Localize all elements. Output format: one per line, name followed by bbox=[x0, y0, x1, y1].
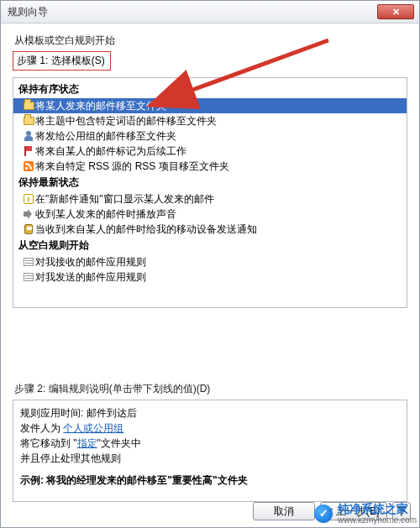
rule-icon bbox=[22, 270, 35, 284]
template-item-play-sound[interactable]: 收到某人发来的邮件时播放声音 bbox=[13, 206, 407, 222]
dialog-body: 从模板或空白规则开始 步骤 1: 选择模板(S) 保持有序状态 将某人发来的邮件… bbox=[0, 24, 420, 528]
template-item-label: 将发给公用组的邮件移至文件夹 bbox=[35, 128, 176, 144]
rss-icon bbox=[22, 159, 35, 173]
template-item-label: 将来自某人的邮件标记为后续工作 bbox=[35, 144, 186, 159]
close-button[interactable]: ✕ bbox=[377, 4, 414, 19]
template-item-label: 将某人发来的邮件移至文件夹 bbox=[35, 98, 166, 113]
desc-example: 示例: 将我的经理发来的邮件移至"重要性高"文件夹 bbox=[20, 473, 400, 488]
rule-description-box: 规则应用时间: 邮件到达后 发件人为 个人或公用组 将它移动到 "指定"文件夹中… bbox=[13, 400, 407, 502]
folder-icon bbox=[22, 99, 35, 112]
template-item-label: 当收到来自某人的邮件时给我的移动设备发送通知 bbox=[35, 222, 257, 237]
desc-line-move: 将它移动到 "指定"文件夹中 bbox=[20, 436, 400, 451]
template-item-move-public-group[interactable]: 将发给公用组的邮件移至文件夹 bbox=[13, 128, 407, 144]
dialog-title: 规则向导 bbox=[8, 5, 48, 19]
template-item-flag-followup[interactable]: 将来自某人的邮件标记为后续工作 bbox=[13, 144, 407, 159]
template-item-alert-window[interactable]: 在"新邮件通知"窗口显示某人发来的邮件 bbox=[13, 191, 407, 206]
desc-line-stop: 并且停止处理其他规则 bbox=[20, 451, 400, 466]
template-item-blank-receive[interactable]: 对我接收的邮件应用规则 bbox=[13, 254, 407, 269]
template-item-label: 对我发送的邮件应用规则 bbox=[35, 269, 146, 285]
link-specified-folder[interactable]: 指定 bbox=[77, 437, 97, 449]
people-icon bbox=[22, 129, 35, 143]
titlebar: 规则向导 ✕ bbox=[0, 0, 420, 24]
template-item-blank-send[interactable]: 对我发送的邮件应用规则 bbox=[13, 269, 407, 285]
intro-text: 从模板或空白规则开始 bbox=[14, 34, 409, 48]
desc-line-when: 规则应用时间: 邮件到达后 bbox=[20, 405, 400, 421]
template-item-move-subject-words[interactable]: 将主题中包含特定词语的邮件移至文件夹 bbox=[13, 113, 407, 128]
sound-icon bbox=[22, 207, 35, 221]
link-people-or-group[interactable]: 个人或公用组 bbox=[63, 422, 123, 434]
close-icon: ✕ bbox=[392, 7, 400, 18]
step1-label: 步骤 1: 选择模板(S) bbox=[13, 51, 111, 71]
alert-icon bbox=[22, 192, 35, 206]
group-header: 保持有序状态 bbox=[13, 81, 407, 98]
group-header: 保持最新状态 bbox=[13, 174, 407, 191]
back-button[interactable]: < 上一步(B) bbox=[320, 502, 387, 520]
cancel-button[interactable]: 取消 bbox=[253, 502, 315, 520]
group-header: 从空白规则开始 bbox=[13, 237, 407, 254]
template-item-label: 将主题中包含特定词语的邮件移至文件夹 bbox=[35, 113, 217, 128]
next-button[interactable]: 下 bbox=[392, 502, 411, 520]
wizard-button-row: 取消 < 上一步(B) 下 bbox=[1, 502, 419, 520]
template-item-label: 收到某人发来的邮件时播放声音 bbox=[35, 206, 176, 222]
template-item-move-from-person[interactable]: 将某人发来的邮件移至文件夹 bbox=[13, 98, 407, 113]
rule-icon bbox=[22, 255, 35, 269]
template-item-label: 在"新邮件通知"窗口显示某人发来的邮件 bbox=[35, 191, 214, 206]
phone-icon bbox=[22, 222, 35, 236]
template-list[interactable]: 保持有序状态 将某人发来的邮件移至文件夹 将主题中包含特定词语的邮件移至文件夹 … bbox=[13, 77, 407, 308]
step2-label: 步骤 2: 编辑规则说明(单击带下划线的值)(D) bbox=[14, 382, 407, 396]
flag-icon bbox=[22, 144, 35, 158]
template-item-label: 对我接收的邮件应用规则 bbox=[35, 254, 146, 269]
template-item-mobile-notify[interactable]: 当收到来自某人的邮件时给我的移动设备发送通知 bbox=[13, 222, 407, 237]
template-item-label: 将来自特定 RSS 源的 RSS 项目移至文件夹 bbox=[35, 159, 229, 174]
folder-icon bbox=[22, 114, 35, 128]
desc-line-from: 发件人为 个人或公用组 bbox=[20, 421, 400, 436]
template-item-rss-move[interactable]: 将来自特定 RSS 源的 RSS 项目移至文件夹 bbox=[13, 159, 407, 174]
